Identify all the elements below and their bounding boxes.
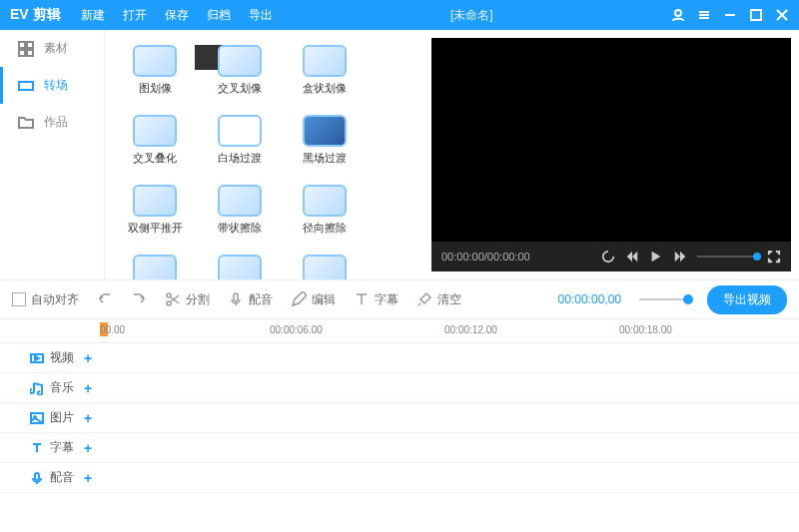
track-label: 字幕+ (0, 439, 100, 456)
transition-item[interactable] (115, 255, 195, 279)
track-row[interactable]: 字幕+ (0, 433, 799, 463)
header: EV 剪辑 新建 打开 保存 归档 导出 [未命名] (0, 0, 799, 30)
subtitle-tool[interactable]: 字幕 (354, 291, 399, 308)
transition-item[interactable]: 白场过渡 (200, 115, 280, 175)
sidebar-label: 作品 (44, 114, 68, 131)
preview-controls: 00:00:00/00:00:00 (431, 242, 791, 271)
export-button[interactable]: 导出视频 (707, 285, 787, 314)
minimize-icon[interactable] (723, 8, 737, 22)
time-display: 00:00:00/00:00:00 (441, 251, 530, 263)
menu-new[interactable]: 新建 (81, 7, 105, 24)
transition-item[interactable] (285, 255, 365, 279)
sidebar-label: 素材 (44, 40, 68, 57)
transition-item[interactable]: 径向擦除 (285, 185, 365, 245)
add-track-button[interactable]: + (84, 380, 92, 396)
track-row[interactable]: 图片+ (0, 403, 799, 433)
svg-rect-9 (234, 293, 238, 301)
menu-archive[interactable]: 归档 (207, 7, 231, 24)
video-preview[interactable] (431, 38, 791, 242)
dub-tool[interactable]: 配音 (228, 291, 273, 308)
transition-item[interactable] (200, 255, 280, 279)
grid-icon (18, 41, 34, 57)
sidebar: 素材 转场 作品 (0, 30, 105, 279)
transitions-grid: 图划像 交叉划像 盒状划像 交叉叠化 白场过渡 黑场过渡 双侧平推开 带状擦除 … (105, 30, 431, 279)
track-label: 音乐+ (0, 379, 100, 396)
play-icon[interactable] (649, 250, 663, 264)
svg-rect-2 (19, 42, 25, 48)
svg-point-0 (675, 10, 681, 16)
pencil-icon (291, 291, 307, 307)
menu-open[interactable]: 打开 (123, 7, 147, 24)
tracks-area: 视频+音乐+图片+字幕+配音+ (0, 343, 799, 493)
track-label: 配音+ (0, 469, 100, 486)
timeline-ruler[interactable]: 00.0000:00:06.0000:00:12.0000:00:18.00 (0, 319, 799, 343)
sidebar-item-transitions[interactable]: 转场 (0, 67, 104, 104)
track-icon (30, 381, 44, 395)
fullscreen-icon[interactable] (767, 250, 781, 264)
svg-rect-1 (751, 10, 761, 20)
svg-rect-5 (27, 50, 33, 56)
split-tool[interactable]: 分割 (165, 291, 210, 308)
text-icon (354, 291, 370, 307)
transition-item[interactable]: 盒状划像 (285, 45, 365, 105)
track-row[interactable]: 音乐+ (0, 373, 799, 403)
track-row[interactable]: 配音+ (0, 463, 799, 493)
svg-point-7 (167, 293, 171, 297)
forward-icon[interactable] (673, 250, 687, 264)
main-area: 素材 转场 作品 图划像 交叉划像 盒状划像 交叉叠化 白场过渡 黑场过渡 双侧… (0, 30, 799, 279)
transition-item[interactable]: 双侧平推开 (115, 185, 195, 245)
zoom-slider[interactable] (639, 298, 689, 300)
undo-icon[interactable] (97, 291, 113, 307)
window-controls (671, 8, 789, 22)
track-icon (30, 411, 44, 425)
track-icon (30, 441, 44, 455)
add-track-button[interactable]: + (84, 470, 92, 486)
volume-slider[interactable] (697, 256, 757, 258)
rewind-icon[interactable] (625, 250, 639, 264)
svg-point-8 (167, 301, 171, 305)
redo-icon[interactable] (131, 291, 147, 307)
add-track-button[interactable]: + (84, 410, 92, 426)
ruler-tick: 00:00:18.00 (619, 324, 672, 335)
scissors-icon (165, 291, 181, 307)
loop-icon[interactable] (601, 250, 615, 264)
add-track-button[interactable]: + (84, 350, 92, 366)
sidebar-item-works[interactable]: 作品 (0, 104, 104, 141)
timecode-display: 00:00:00,00 (558, 292, 621, 306)
ruler-tick: 00.00 (100, 324, 125, 335)
ruler-tick: 00:00:12.00 (444, 324, 497, 335)
svg-rect-3 (27, 42, 33, 48)
add-track-button[interactable]: + (84, 440, 92, 456)
ruler-tick: 00:00:06.00 (270, 324, 323, 335)
document-title: [未命名] (273, 7, 671, 24)
preview-panel: 00:00:00/00:00:00 (431, 38, 791, 271)
maximize-icon[interactable] (749, 8, 763, 22)
transition-icon (18, 78, 34, 94)
transition-item[interactable]: 交叉叠化 (115, 115, 195, 175)
transition-item[interactable]: 带状擦除 (200, 185, 280, 245)
toolbar: 自动对齐 分割 配音 编辑 字幕 清空 00:00:00,00 导出视频 (0, 279, 799, 319)
track-icon (30, 351, 44, 365)
sidebar-label: 转场 (44, 77, 68, 94)
track-icon (30, 471, 44, 485)
track-row[interactable]: 视频+ (0, 343, 799, 373)
svg-rect-13 (35, 473, 39, 480)
main-menu: 新建 打开 保存 归档 导出 (81, 7, 273, 24)
close-icon[interactable] (775, 8, 789, 22)
mic-icon (228, 291, 244, 307)
svg-rect-6 (19, 82, 33, 90)
transition-item[interactable]: 黑场过渡 (285, 115, 365, 175)
menu-save[interactable]: 保存 (165, 7, 189, 24)
track-label: 图片+ (0, 409, 100, 426)
track-label: 视频+ (0, 349, 100, 366)
edit-tool[interactable]: 编辑 (291, 291, 336, 308)
menu-export[interactable]: 导出 (249, 7, 273, 24)
clear-tool[interactable]: 清空 (416, 291, 461, 308)
transition-item[interactable]: 图划像 (115, 45, 195, 105)
svg-rect-4 (19, 50, 25, 56)
broom-icon (416, 291, 432, 307)
sidebar-item-material[interactable]: 素材 (0, 30, 104, 67)
user-icon[interactable] (671, 8, 685, 22)
auto-align-toggle[interactable]: 自动对齐 (12, 291, 79, 308)
menu-icon[interactable] (697, 8, 711, 22)
